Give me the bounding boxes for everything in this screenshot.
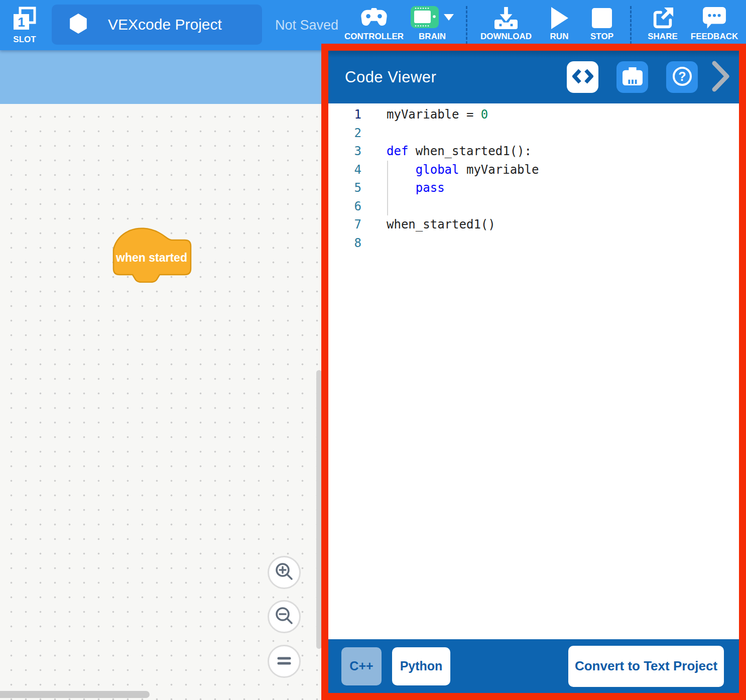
code-token: myVariable [459,163,539,177]
code-token: def [387,144,408,158]
collapse-panel-button[interactable] [712,61,730,94]
share-icon [651,6,674,30]
code-line-content: myVariable = 0 [361,107,488,122]
when-started-block-label: when started [115,251,187,264]
code-line-content: global myVariable [361,163,539,177]
zoom-out-icon [274,606,294,628]
stop-label: STOP [590,32,613,42]
code-line: 6 [328,197,739,216]
line-number: 6 [328,199,361,213]
controller-icon [359,6,389,30]
help-question-icon: ? [671,65,693,89]
vexcode-app: 1 SLOT VEXcode Project Not Saved [0,0,746,700]
slot-label: SLOT [13,35,36,45]
code-line: 4 global myVariable [328,161,739,179]
svg-text:?: ? [678,69,686,83]
brain-view-button[interactable] [616,61,648,93]
code-line-content: def when_started1(): [361,144,532,158]
slot-button[interactable]: 1 SLOT [9,3,40,48]
code-line: 5 pass [328,179,739,197]
run-button[interactable]: RUN [538,0,581,50]
zoom-out-button[interactable] [268,600,301,633]
toolbar-separator [630,6,632,44]
code-token: pass [416,181,445,195]
stop-button[interactable]: STOP [581,0,623,50]
download-icon [493,6,519,30]
indent-guide [387,197,388,216]
zoom-in-icon [274,561,294,584]
line-number: 3 [328,144,361,158]
line-number: 1 [328,107,361,122]
feedback-button[interactable]: FEEDBACK [687,0,742,50]
line-number: 8 [328,236,361,250]
code-line: 2 [328,124,739,143]
when-started-block[interactable]: when started [110,226,193,283]
code-viewer-code-area[interactable]: 1myVariable = 023def when_started1():4 g… [328,103,739,639]
code-line-content: pass [361,181,445,195]
code-line: 3def when_started1(): [328,142,739,161]
share-label: SHARE [648,32,678,42]
brain-dropdown-caret-icon[interactable] [444,14,454,23]
controller-button[interactable]: CONTROLLER [342,0,406,50]
brain-screen-icon [622,67,643,88]
code-token: global [416,163,459,177]
code-viewer-title: Code Viewer [345,68,436,86]
toolbar-actions: CONTROLLER [342,0,742,50]
zoom-reset-icon [275,654,293,668]
language-tab-cpp[interactable]: C++ [341,647,382,685]
code-token: 0 [481,107,488,122]
run-icon [550,6,568,30]
code-token: when_started1(): [408,144,532,158]
line-number: 4 [328,163,361,177]
toolbar-separator [466,6,467,44]
controller-label: CONTROLLER [344,32,404,42]
code-line: 1myVariable = 0 [328,105,739,124]
svg-text:1: 1 [18,15,25,30]
code-view-toggle-button[interactable] [567,61,598,93]
feedback-label: FEEDBACK [691,32,738,42]
slot-icon: 1 [12,7,38,34]
code-line-content: when_started1() [361,217,495,231]
line-number: 5 [328,181,361,195]
top-toolbar: 1 SLOT VEXcode Project Not Saved [0,0,746,50]
code-viewer-panel-highlighted: Code Viewer [321,44,746,700]
chevron-right-icon [712,61,730,94]
feedback-icon [703,6,726,30]
code-viewer-footer: C++ Python Convert to Text Project [328,639,739,693]
download-label: DOWNLOAD [480,32,532,42]
download-button[interactable]: DOWNLOAD [474,0,538,50]
line-number: 7 [328,217,361,231]
convert-to-text-project-button[interactable]: Convert to Text Project [568,646,724,687]
indent-guide [387,161,388,179]
brain-label: BRAIN [419,32,446,42]
language-tab-python[interactable]: Python [392,647,450,685]
help-button[interactable]: ? [666,61,698,93]
code-token [387,181,416,195]
canvas-horizontal-scrollbar[interactable] [0,691,150,698]
code-token: when_started1() [387,217,495,231]
zoom-in-button[interactable] [268,556,301,589]
code-token [387,163,416,177]
project-title: VEXcode Project [88,16,262,33]
share-button[interactable]: SHARE [639,0,687,50]
line-number: 2 [328,126,361,140]
hexagon-icon [69,13,88,36]
save-status: Not Saved [275,0,338,50]
zoom-reset-button[interactable] [268,645,301,678]
brain-icon [411,6,439,30]
stop-icon [592,6,612,30]
brain-button[interactable]: BRAIN [406,0,459,50]
code-token: myVariable = [387,107,481,122]
project-title-button[interactable]: VEXcode Project [52,5,262,45]
code-brackets-icon [572,68,593,86]
code-line: 7when_started1() [328,215,739,234]
code-line: 8 [328,234,739,253]
indent-guide [387,179,388,197]
code-viewer-header: Code Viewer [328,51,739,103]
run-label: RUN [550,32,569,42]
